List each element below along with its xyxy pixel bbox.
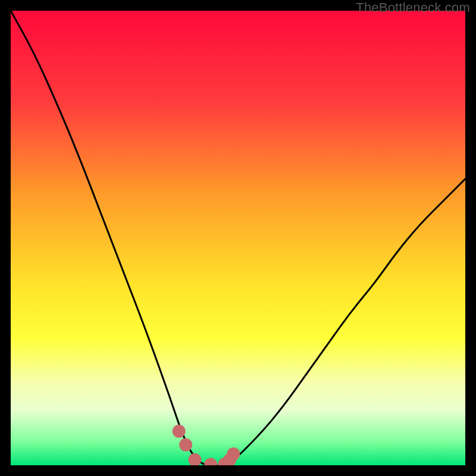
attribution-text: TheBottleneck.com bbox=[356, 0, 470, 15]
chart-svg bbox=[11, 11, 465, 465]
chart-background bbox=[11, 11, 465, 465]
minimum-dot bbox=[173, 425, 186, 438]
minimum-dot bbox=[227, 447, 240, 461]
chart-frame bbox=[11, 11, 465, 465]
minimum-dot bbox=[179, 439, 192, 452]
